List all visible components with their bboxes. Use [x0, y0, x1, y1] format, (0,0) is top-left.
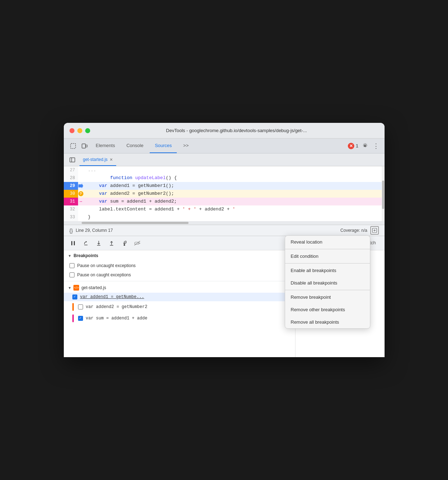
pause-uncaught-checkbox[interactable]	[69, 263, 74, 268]
code-line-32: 32 label.textContent = addend1 + ' + ' +…	[64, 205, 385, 213]
file-tab-close[interactable]: ×	[110, 157, 113, 162]
file-triangle-icon: ▼	[68, 286, 72, 290]
svg-rect-8	[71, 241, 72, 245]
error-icon: ✕	[348, 143, 354, 149]
divider-1	[64, 281, 295, 281]
file-tab-label: get-started.js	[83, 157, 108, 162]
code-line-31: 31 •• var sum = addend1 + addend2;	[64, 198, 385, 205]
format-icon[interactable]: {}	[69, 228, 73, 234]
breakpoint-item-2[interactable]: var addend2 = getNumber2	[64, 301, 295, 313]
context-menu-enable-all[interactable]: Enable all breakpoints	[285, 264, 370, 277]
breakpoint-item-1[interactable]: var addend1 = getNumbe...	[64, 293, 295, 301]
breakpoints-triangle-icon: ▼	[68, 254, 72, 258]
close-button[interactable]	[69, 128, 74, 133]
title-bar: DevTools - googlechrome.github.io/devtoo…	[64, 123, 385, 139]
breakpoint-arrow-icon	[78, 183, 83, 188]
file-tab-get-started[interactable]: get-started.js ×	[79, 153, 117, 166]
device-icon[interactable]	[79, 141, 89, 151]
step-over-button[interactable]	[81, 238, 91, 248]
svg-rect-9	[74, 241, 75, 245]
svg-rect-2	[86, 145, 87, 147]
code-line-28: 28 function updateLabel() {	[64, 174, 385, 182]
conditional-breakpoint-icon: ?	[78, 191, 83, 196]
pause-uncaught-label: Pause on uncaught exceptions	[77, 263, 136, 268]
context-menu-edit-condition[interactable]: Edit condition	[285, 250, 370, 262]
cursor-position: Line 29, Column 17	[76, 228, 113, 233]
status-bar: {} Line 29, Column 17 Coverage: n/a	[64, 225, 385, 236]
bp-checkbox-3[interactable]	[78, 316, 83, 321]
cursor-icon[interactable]	[68, 141, 78, 151]
context-menu-disable-all[interactable]: Disable all breakpoints	[285, 277, 370, 289]
bp-checkbox-2[interactable]	[78, 304, 83, 309]
pause-button[interactable]	[68, 238, 78, 248]
context-menu-separator-2	[285, 263, 370, 264]
horizontal-scrollbar[interactable]	[64, 221, 385, 225]
code-editor: 27 ... 28 function updateLabel() { 29 va…	[64, 166, 385, 221]
pause-caught-checkbox[interactable]	[69, 272, 74, 277]
pause-uncaught-item[interactable]: Pause on uncaught exceptions	[64, 261, 295, 270]
deactivate-breakpoints-button[interactable]	[132, 238, 142, 248]
settings-icon[interactable]	[360, 141, 370, 151]
svg-rect-3	[70, 158, 75, 162]
step-into-button[interactable]	[94, 238, 104, 248]
conditional-bp-bar-icon	[72, 303, 74, 311]
context-menu: Reveal location Edit condition Enable al…	[285, 235, 370, 329]
breakpoints-title: Breakpoints	[73, 253, 98, 258]
bp-code-1: var addend1 = getNumbe...	[80, 294, 144, 299]
file-section-name: get-started.js	[81, 285, 106, 290]
pause-caught-label: Pause on caught exceptions	[77, 272, 131, 277]
traffic-lights	[69, 128, 90, 133]
context-menu-remove-all[interactable]: Remove all breakpoints	[285, 316, 370, 328]
step-out-button[interactable]	[107, 238, 117, 248]
error-container: ✕ 1	[348, 143, 358, 149]
file-tabs-bar: get-started.js ×	[64, 153, 385, 166]
window-title: DevTools - googlechrome.github.io/devtoo…	[94, 128, 379, 133]
coverage-icon[interactable]	[370, 226, 379, 235]
tab-sources[interactable]: Sources	[150, 139, 177, 153]
breakpoint-item-3[interactable]: var sum = addend1 + adde	[64, 313, 295, 324]
logpoint-bp-bar-icon	[72, 314, 74, 322]
devtools-window: DevTools - googlechrome.github.io/devtoo…	[64, 123, 385, 357]
left-panel: ▼ Breakpoints Pause on uncaught exceptio…	[64, 250, 295, 357]
tab-elements[interactable]: Elements	[91, 139, 120, 153]
vertical-scrollbar[interactable]	[382, 166, 385, 221]
bp-checkbox-1[interactable]	[72, 294, 77, 299]
context-menu-reveal-location[interactable]: Reveal location	[285, 236, 370, 248]
code-line-29: 29 var addend1 = getNumber1();	[64, 182, 385, 190]
code-line-33: 33 }	[64, 213, 385, 221]
sidebar-toggle[interactable]	[68, 156, 77, 164]
more-icon[interactable]: ⋮	[371, 141, 380, 151]
maximize-button[interactable]	[85, 128, 90, 133]
context-menu-separator-3	[285, 290, 370, 290]
svg-point-16	[124, 244, 125, 245]
bp-code-3: var sum = addend1 + adde	[86, 316, 148, 321]
file-js-icon: </>	[73, 285, 79, 291]
bp-code-2: var addend2 = getNumber2	[86, 304, 148, 309]
minimize-button[interactable]	[77, 128, 82, 133]
context-menu-separator-1	[285, 249, 370, 249]
code-line-30: 30 ? var addend2 = getNumber2();	[64, 190, 385, 198]
context-menu-remove-other[interactable]: Remove other breakpoints	[285, 303, 370, 316]
pause-caught-item[interactable]: Pause on caught exceptions	[64, 270, 295, 280]
breakpoints-header[interactable]: ▼ Breakpoints	[64, 250, 295, 261]
file-section: ▼ </> get-started.js	[64, 283, 295, 293]
main-toolbar: Elements Console Sources >> ✕ 1 ⋮	[64, 139, 385, 153]
tab-more[interactable]: >>	[178, 139, 194, 153]
logpoint-icon: ••	[79, 198, 82, 205]
step-button[interactable]	[119, 238, 129, 248]
context-menu-remove-breakpoint[interactable]: Remove breakpoint	[285, 291, 370, 303]
svg-rect-0	[71, 144, 76, 148]
breakpoints-panel: ▼ Breakpoints Pause on uncaught exceptio…	[64, 250, 385, 357]
coverage-label: Coverage: n/a	[340, 228, 367, 233]
tab-console[interactable]: Console	[122, 139, 149, 153]
svg-rect-1	[82, 144, 86, 148]
error-count: 1	[356, 143, 358, 148]
